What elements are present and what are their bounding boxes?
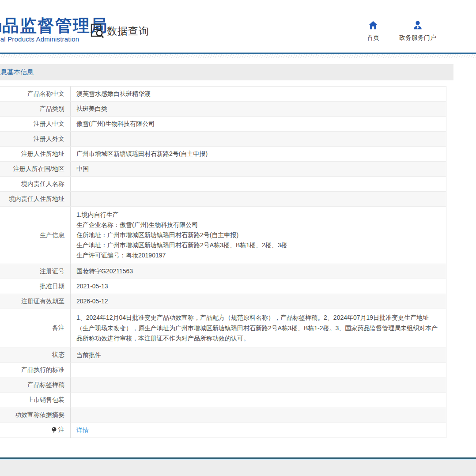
row-label: 产品名称中文 xyxy=(0,87,71,101)
note-label: 注 xyxy=(58,426,64,434)
table-row: 注册证号 国妆特字G20211563 xyxy=(0,264,446,279)
row-label: 注册证号 xyxy=(0,264,71,279)
row-label: 境内责任人住所地址 xyxy=(0,192,71,206)
row-value: 2021-05-13 xyxy=(71,279,446,294)
production-line: 生产企业名称：傲雪(广州)生物科技有限公司 xyxy=(76,220,439,230)
logo-clipped-glyph xyxy=(0,23,1,32)
row-label: 注册人外文 xyxy=(0,132,71,146)
row-label: 状态 xyxy=(0,348,71,363)
row-label: 注册人所在国/地区 xyxy=(0,162,71,176)
production-line: 生产许可证编号：粤妆20190197 xyxy=(76,250,439,261)
section-title: 息基本信息 xyxy=(0,68,34,76)
row-value xyxy=(71,363,446,378)
row-label: 产品执行的标准 xyxy=(0,363,71,378)
row-label: 注册人中文 xyxy=(0,117,71,131)
table-row: 注册人中文 傲雪(广州)生物科技有限公司 xyxy=(0,117,446,132)
lightbulb-note-icon xyxy=(51,427,57,433)
row-value: 广州市增城区新塘镇瑶田村石新路2号(自主申报) xyxy=(71,147,446,161)
row-value: 傲雪(广州)生物科技有限公司 xyxy=(71,117,446,131)
row-value: 详情 xyxy=(71,423,446,438)
row-label: 批准日期 xyxy=(0,279,71,294)
production-line: 住所地址：广州市增城区新塘镇瑶田村石新路2号(自主申报) xyxy=(76,230,439,240)
table-row: 境内责任人住所地址 xyxy=(0,192,446,207)
row-value: 中国 xyxy=(71,162,446,176)
table-row: 产品类别 祛斑美白类 xyxy=(0,102,446,117)
page-footer xyxy=(0,457,476,476)
table-row: 注册人住所地址 广州市增城区新塘镇瑶田村石新路2号(自主申报) xyxy=(0,147,446,162)
data-query-nav[interactable]: 数据查询 xyxy=(90,23,149,39)
production-line: 生产地址：广州市增城区新塘镇瑶田村石新路2号A栋3楼、B栋1楼、2楼、3楼 xyxy=(76,240,439,250)
data-query-label: 数据查询 xyxy=(107,24,149,38)
nav-home-label: 首页 xyxy=(367,34,379,42)
row-label: 产品类别 xyxy=(0,102,71,116)
row-value: 祛斑美白类 xyxy=(71,102,446,116)
row-value xyxy=(71,132,446,146)
section-header: 息基本信息 xyxy=(0,64,453,80)
nav-home[interactable]: 首页 xyxy=(349,20,397,42)
table-row: 注册人外文 xyxy=(0,132,446,147)
nav-gov-portal[interactable]: 政务服务门户 xyxy=(393,20,442,42)
table-row-note: 注 详情 xyxy=(0,423,446,438)
row-label: 注册证有效期至 xyxy=(0,294,71,309)
row-label: 注 xyxy=(0,423,71,438)
table-row: 批准日期 2021-05-13 xyxy=(0,279,446,294)
row-value: 1、2024年12月04日批准变更产品功效宣称，产品配方（规范原料名称），产品标… xyxy=(71,309,446,348)
table-row-production-info: 生产信息 1.境内自行生产 生产企业名称：傲雪(广州)生物科技有限公司 住所地址… xyxy=(0,207,446,264)
site-logo-english: cal Products Administration xyxy=(0,35,79,43)
table-row: 产品执行的标准 xyxy=(0,363,446,378)
row-value xyxy=(71,177,446,191)
registration-info-table: 产品名称中文 澳芙雪水感嫩白祛斑精华液 产品类别 祛斑美白类 注册人中文 傲雪(… xyxy=(0,86,446,438)
row-value: 1.境内自行生产 生产企业名称：傲雪(广州)生物科技有限公司 住所地址：广州市增… xyxy=(71,207,446,264)
row-value: 国妆特字G20211563 xyxy=(71,264,446,279)
footer-background xyxy=(0,460,476,476)
row-label: 功效宣称依据摘要 xyxy=(0,408,71,423)
detail-link[interactable]: 详情 xyxy=(76,425,89,435)
home-icon xyxy=(368,20,378,30)
row-label: 备注 xyxy=(0,309,71,348)
row-label: 产品标签样稿 xyxy=(0,378,71,393)
row-value: 澳芙雪水感嫩白祛斑精华液 xyxy=(71,87,446,101)
table-row: 产品名称中文 澳芙雪水感嫩白祛斑精华液 xyxy=(0,87,446,102)
row-label: 生产信息 xyxy=(0,207,71,264)
row-value xyxy=(71,393,446,408)
table-row: 上市销售包装 xyxy=(0,393,446,408)
decorative-hatch-band xyxy=(0,54,476,58)
table-row: 注册证有效期至 2026-05-12 xyxy=(0,294,446,309)
row-label: 境内责任人名称 xyxy=(0,177,71,191)
document-search-icon xyxy=(90,23,104,38)
table-row-remarks: 备注 1、2024年12月04日批准变更产品功效宣称，产品配方（规范原料名称），… xyxy=(0,309,446,348)
table-row: 产品标签样稿 xyxy=(0,378,446,393)
row-label: 注册人住所地址 xyxy=(0,147,71,161)
row-value: 当前批件 xyxy=(71,348,446,363)
row-value xyxy=(71,378,446,393)
row-value: 2026-05-12 xyxy=(71,294,446,309)
user-icon xyxy=(413,20,423,30)
row-label: 上市销售包装 xyxy=(0,393,71,408)
table-row: 境内责任人名称 xyxy=(0,177,446,192)
production-line: 1.境内自行生产 xyxy=(76,210,439,220)
row-value xyxy=(71,192,446,206)
row-value xyxy=(71,408,446,423)
nav-gov-portal-label: 政务服务门户 xyxy=(399,34,436,42)
table-row: 功效宣称依据摘要 xyxy=(0,408,446,423)
table-row: 注册人所在国/地区 中国 xyxy=(0,162,446,177)
site-header: 品监督管理局 cal Products Administration 数据查询 … xyxy=(0,0,476,53)
table-row: 状态 当前批件 xyxy=(0,348,446,363)
